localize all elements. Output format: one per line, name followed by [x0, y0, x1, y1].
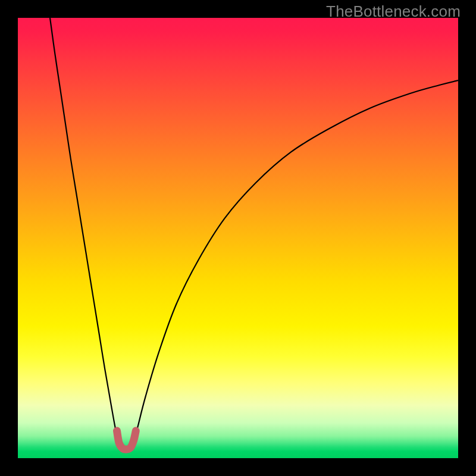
chart-frame [18, 18, 458, 458]
bottleneck-chart [18, 18, 458, 458]
